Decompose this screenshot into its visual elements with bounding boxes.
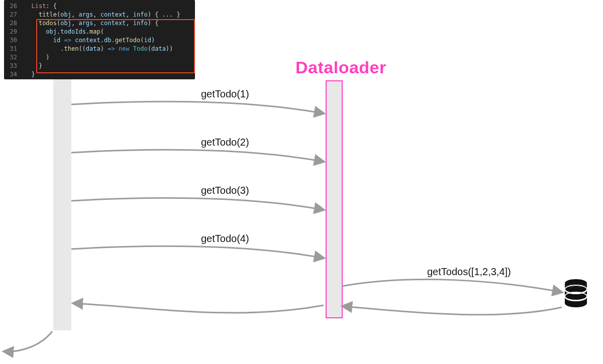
call-label-1: getTodo(1) (201, 88, 249, 100)
call-label-4: getTodo(4) (201, 233, 249, 245)
dataloader-lifeline (326, 80, 343, 318)
resolver-lifeline (53, 79, 71, 330)
highlight-box (36, 19, 195, 73)
batch-call-label: getTodos([1,2,3,4]) (427, 266, 511, 278)
dataloader-title: Dataloader (295, 58, 386, 77)
call-label-3: getTodo(3) (201, 185, 249, 196)
call-label-2: getTodo(2) (201, 137, 249, 148)
code-snippet: 262728293031323334 List: { title(obj, ar… (4, 0, 195, 79)
database-icon (564, 279, 588, 307)
line-gutter: 262728293031323334 (4, 2, 21, 79)
